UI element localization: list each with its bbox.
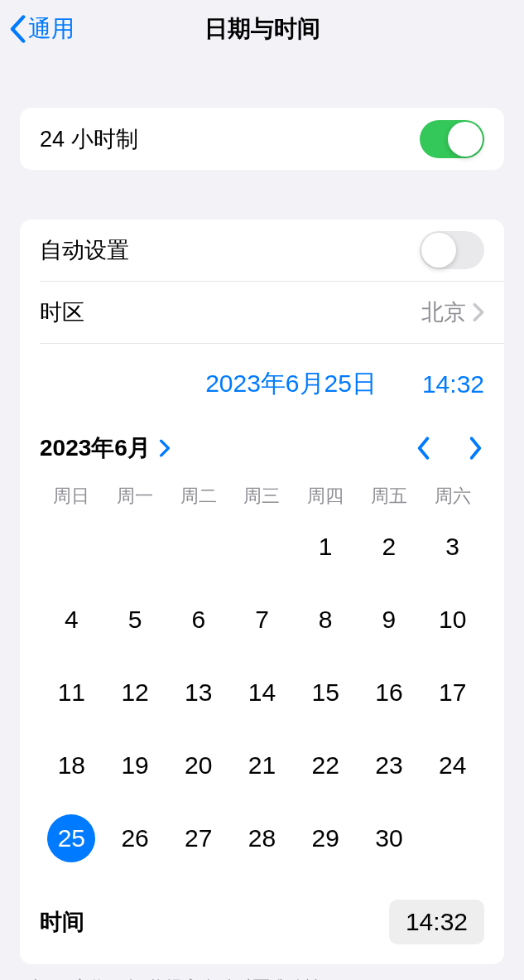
- calendar-day[interactable]: 16: [358, 668, 421, 717]
- back-button[interactable]: 通用: [0, 13, 75, 45]
- calendar-next-button[interactable]: [468, 436, 484, 461]
- row-timezone-label: 时区: [40, 297, 84, 327]
- switch-knob: [448, 122, 483, 157]
- calendar-day[interactable]: 14: [230, 668, 294, 717]
- calendar-day[interactable]: 13: [166, 668, 230, 717]
- calendar-day[interactable]: 29: [294, 813, 358, 863]
- calendar-empty-cell: [103, 522, 167, 572]
- switch-auto-set[interactable]: [420, 231, 484, 269]
- calendar-day[interactable]: 22: [294, 741, 358, 790]
- calendar-day[interactable]: 21: [230, 741, 294, 790]
- calendar-day[interactable]: 10: [421, 595, 484, 644]
- calendar-day[interactable]: 15: [294, 668, 358, 717]
- row-timezone[interactable]: 时区 北京: [40, 282, 504, 344]
- back-label: 通用: [28, 13, 75, 45]
- calendar-day[interactable]: 11: [40, 668, 103, 717]
- time-picker-button[interactable]: 14:32: [389, 900, 484, 944]
- chevron-left-icon: [8, 15, 26, 43]
- calendar-empty-cell: [166, 522, 230, 572]
- calendar-day[interactable]: 23: [358, 741, 421, 790]
- weekday-label: 周日: [40, 484, 103, 509]
- calendar-month-button[interactable]: 2023年6月: [40, 432, 171, 464]
- calendar-empty-cell: [230, 522, 294, 572]
- calendar-day[interactable]: 18: [40, 741, 103, 790]
- calendar-day[interactable]: 12: [103, 668, 167, 717]
- calendar-day[interactable]: 20: [166, 741, 230, 790]
- row-auto-set-label: 自动设置: [40, 235, 129, 265]
- calendar-day[interactable]: 1: [294, 522, 358, 572]
- footer-note: 打开"定位服务"将提高自动时区准确性。: [0, 964, 524, 980]
- calendar-day[interactable]: 3: [421, 522, 484, 572]
- switch-24-hour[interactable]: [420, 120, 484, 158]
- calendar-day[interactable]: 7: [230, 595, 294, 644]
- weekday-label: 周六: [421, 484, 484, 509]
- calendar-day[interactable]: 2: [358, 522, 421, 572]
- calendar-day[interactable]: 27: [166, 813, 230, 863]
- selected-time-display[interactable]: 14:32: [422, 370, 484, 398]
- chevron-right-icon: [473, 302, 484, 322]
- calendar-day[interactable]: 28: [230, 813, 294, 863]
- calendar-empty-cell: [40, 522, 103, 572]
- weekday-label: 周二: [166, 484, 230, 509]
- calendar-day[interactable]: 5: [103, 595, 167, 644]
- calendar-day[interactable]: 8: [294, 595, 358, 644]
- time-picker-value: 14:32: [406, 908, 468, 935]
- calendar-day[interactable]: 17: [421, 668, 484, 717]
- calendar-day[interactable]: 30: [358, 813, 421, 863]
- calendar-day[interactable]: 24: [421, 741, 484, 790]
- chevron-right-icon: [159, 439, 171, 457]
- page-title: 日期与时间: [204, 13, 320, 45]
- weekday-label: 周三: [230, 484, 294, 509]
- calendar-day[interactable]: 19: [103, 741, 167, 790]
- calendar-month-label: 2023年6月: [40, 432, 151, 464]
- row-24-hour: 24 小时制: [20, 108, 504, 170]
- calendar-day[interactable]: 25: [40, 813, 103, 863]
- row-auto-set: 自动设置: [40, 220, 504, 282]
- weekday-label: 周五: [358, 484, 421, 509]
- calendar-day[interactable]: 26: [103, 813, 167, 863]
- calendar-prev-button[interactable]: [415, 436, 431, 461]
- switch-knob: [421, 233, 456, 268]
- calendar-day[interactable]: 6: [166, 595, 230, 644]
- calendar-day[interactable]: 4: [40, 595, 103, 644]
- weekday-label: 周一: [103, 484, 167, 509]
- weekday-label: 周四: [294, 484, 358, 509]
- time-row-label: 时间: [40, 907, 84, 937]
- selected-date-display[interactable]: 2023年6月25日: [205, 367, 377, 401]
- row-24-hour-label: 24 小时制: [40, 124, 138, 154]
- calendar-day[interactable]: 9: [358, 595, 421, 644]
- row-timezone-value: 北京: [421, 297, 466, 327]
